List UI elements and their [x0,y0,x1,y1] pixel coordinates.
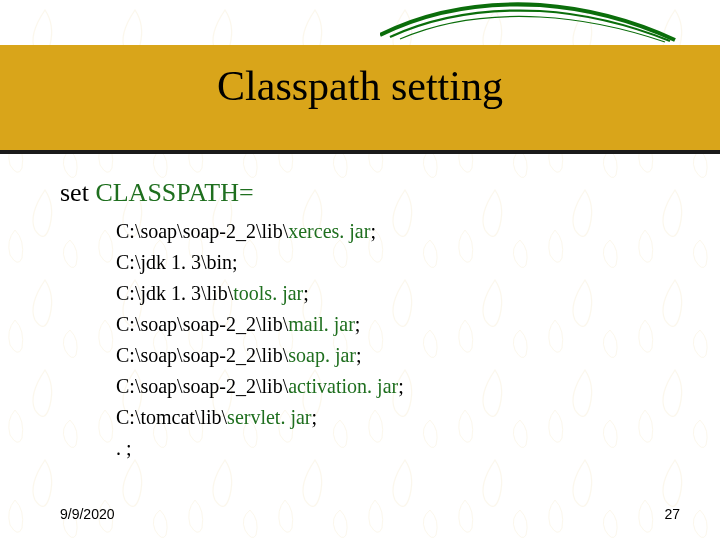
path-line: C:\jdk 1. 3\bin; [116,247,680,278]
path-line: . ; [116,433,680,464]
slide-title: Classpath setting [0,62,720,110]
footer-page-number: 27 [664,506,680,522]
path-list: C:\soap\soap-2_2\lib\xerces. jar; C:\jdk… [116,216,680,464]
path-line: C:\soap\soap-2_2\lib\activation. jar; [116,371,680,402]
path-line: C:\tomcat\lib\servlet. jar; [116,402,680,433]
command-variable: CLASSPATH= [95,178,253,207]
footer-date: 9/9/2020 [60,506,115,522]
swoosh-decoration [380,0,680,50]
command-label: set [60,178,95,207]
path-line: C:\soap\soap-2_2\lib\xerces. jar; [116,216,680,247]
path-line: C:\soap\soap-2_2\lib\mail. jar; [116,309,680,340]
content-area: set CLASSPATH= C:\soap\soap-2_2\lib\xerc… [60,178,680,464]
path-line: C:\jdk 1. 3\lib\tools. jar; [116,278,680,309]
path-line: C:\soap\soap-2_2\lib\soap. jar; [116,340,680,371]
command-line: set CLASSPATH= [60,178,680,208]
title-underline [0,150,720,154]
